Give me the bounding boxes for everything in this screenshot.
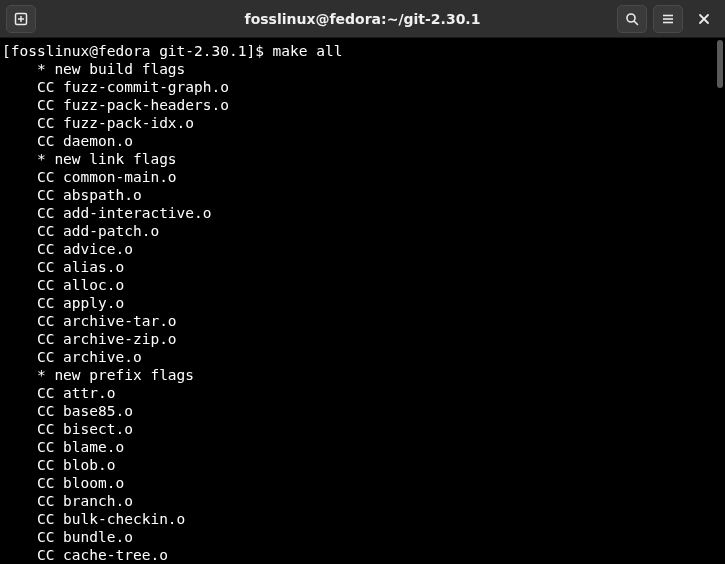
terminal-output[interactable]: [fosslinux@fedora git-2.30.1]$ make all … — [0, 38, 715, 564]
menu-button[interactable] — [653, 5, 683, 33]
scrollbar-thumb[interactable] — [717, 40, 723, 88]
title-bar: fosslinux@fedora:~/git-2.30.1 — [0, 0, 725, 38]
new-tab-button[interactable] — [6, 5, 36, 33]
svg-line-4 — [634, 21, 638, 25]
close-button[interactable] — [689, 5, 719, 33]
scrollbar[interactable] — [715, 38, 725, 564]
search-button[interactable] — [617, 5, 647, 33]
